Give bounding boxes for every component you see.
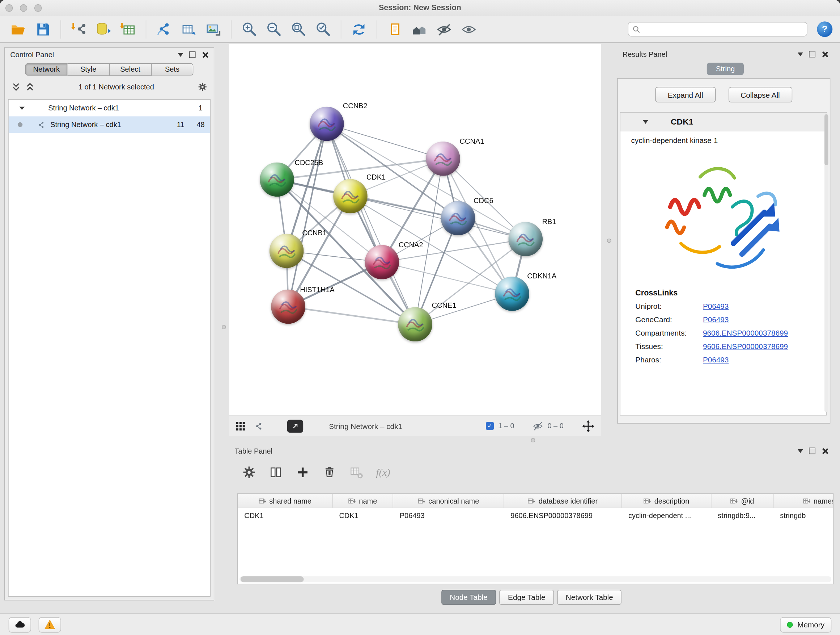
network-node-ccna1[interactable]	[426, 141, 460, 176]
tab-select[interactable]: Select	[110, 63, 152, 76]
crosslink-link[interactable]: P06493	[703, 302, 729, 310]
network-node-cdkn1a[interactable]	[495, 277, 529, 311]
expand-all-icon[interactable]	[25, 82, 35, 92]
tab-sets[interactable]: Sets	[152, 63, 194, 76]
home-button[interactable]	[409, 19, 430, 40]
network-node-hist1h1a[interactable]	[271, 290, 305, 324]
column-header-namespace[interactable]: namespace	[774, 494, 834, 508]
collapse-all-button[interactable]: Collapse All	[728, 87, 792, 103]
column-header--id[interactable]: @id	[712, 494, 774, 508]
column-header-name[interactable]: name	[333, 494, 393, 508]
help-button[interactable]: ?	[817, 21, 832, 37]
expand-all-button[interactable]: Expand All	[655, 87, 715, 103]
network-view-icon[interactable]	[254, 421, 264, 431]
network-canvas[interactable]: CCNB2CCNA1CDC25BCDK1CDC6RB1CCNB1CCNA2CDK…	[229, 44, 601, 415]
warnings-button[interactable]	[39, 617, 61, 632]
apply-layout-button[interactable]	[348, 19, 370, 40]
network-node-cdk1[interactable]	[333, 179, 368, 214]
import-network-database-button[interactable]	[93, 19, 114, 40]
tab-network[interactable]: Network	[25, 63, 68, 76]
network-node-cdc6[interactable]	[441, 201, 475, 235]
table-hscrollbar-track[interactable]	[240, 576, 831, 582]
column-header-description[interactable]: description	[622, 494, 711, 508]
open-session-button[interactable]	[8, 19, 29, 40]
birdseye-view-button[interactable]	[287, 420, 303, 432]
float-panel-icon[interactable]	[809, 448, 815, 454]
network-row[interactable]: String Network – cdk1 11 48	[9, 116, 210, 133]
table-cell[interactable]: CDK1	[238, 508, 333, 523]
table-cell[interactable]: 9606.ENSP00000378699	[504, 508, 622, 523]
results-scrollbar-thumb[interactable]	[824, 114, 828, 165]
show-columns-icon[interactable]	[269, 465, 283, 479]
crosslink-link[interactable]: 9606.ENSP00000378699	[703, 342, 788, 351]
open-document-button[interactable]	[384, 19, 406, 40]
float-panel-icon[interactable]	[189, 51, 196, 58]
crosslink-link[interactable]: 9606.ENSP00000378699	[703, 329, 788, 337]
panel-menu-icon[interactable]	[798, 449, 803, 453]
right-splitter-handle[interactable]	[607, 239, 611, 243]
new-network-from-table-button[interactable]	[178, 19, 199, 40]
delete-column-icon[interactable]	[322, 465, 336, 479]
network-node-ccna2[interactable]	[365, 245, 399, 279]
import-table-file-button[interactable]	[117, 19, 139, 40]
table-cell[interactable]: cyclin-dependent ...	[622, 508, 711, 523]
network-options-gear-icon[interactable]	[197, 82, 207, 92]
column-header-canonical-name[interactable]: canonical name	[393, 494, 504, 508]
tab-network-table[interactable]: Network Table	[557, 590, 622, 605]
save-session-button[interactable]	[32, 19, 54, 40]
network-node-ccnb1[interactable]	[270, 234, 304, 268]
import-table-icon	[120, 21, 136, 37]
grid-view-icon[interactable]	[236, 421, 246, 431]
export-image-button[interactable]	[202, 19, 224, 40]
table-hscrollbar-thumb[interactable]	[240, 576, 304, 582]
column-header-shared-name[interactable]: shared name	[238, 494, 333, 508]
crosslink-link[interactable]: P06493	[703, 315, 729, 324]
search-input[interactable]	[644, 25, 803, 34]
float-panel-icon[interactable]	[809, 51, 815, 57]
cloud-status-button[interactable]	[9, 617, 31, 632]
tab-node-table[interactable]: Node Table	[441, 590, 496, 605]
network-node-rb1[interactable]	[508, 222, 543, 256]
zoom-selected-button[interactable]	[312, 19, 333, 40]
table-cell[interactable]: stringdb:9...	[712, 508, 774, 523]
column-header-database-identifier[interactable]: database identifier	[504, 494, 622, 508]
table-cell[interactable]: P06493	[393, 508, 504, 523]
close-panel-icon[interactable]	[821, 448, 828, 454]
string-tab[interactable]: String	[707, 63, 744, 75]
close-panel-icon[interactable]	[821, 51, 828, 57]
table-cell[interactable]: stringdb	[774, 508, 834, 523]
tab-edge-table[interactable]: Edge Table	[499, 590, 554, 605]
table-row[interactable]: CDK1CDK1P064939606.ENSP00000378699cyclin…	[238, 508, 833, 523]
table-options-gear-icon[interactable]	[242, 465, 256, 479]
node-label-hist1h1a: HIST1H1A	[300, 286, 335, 294]
zoom-out-button[interactable]	[263, 19, 284, 40]
selected-checkbox[interactable]: ✓	[486, 422, 494, 430]
expand-collapse-icon[interactable]	[19, 106, 25, 110]
pan-move-icon[interactable]	[582, 420, 595, 432]
hidden-eye-icon[interactable]	[532, 421, 543, 432]
left-splitter-handle[interactable]	[222, 325, 226, 329]
import-network-file-button[interactable]	[68, 19, 89, 40]
column-type-icon	[644, 497, 651, 504]
add-column-icon[interactable]	[295, 465, 309, 479]
collapse-gene-icon[interactable]	[643, 120, 648, 124]
horizontal-splitter-handle[interactable]	[531, 438, 535, 442]
crosslink-link[interactable]: P06493	[703, 356, 729, 364]
tab-style[interactable]: Style	[68, 63, 110, 76]
zoom-fit-button[interactable]	[287, 19, 309, 40]
collapse-all-icon[interactable]	[11, 82, 21, 92]
new-network-button[interactable]	[153, 19, 175, 40]
gene-card-header[interactable]: CDK1	[621, 112, 826, 131]
network-collection-row[interactable]: String Network – cdk1 1	[9, 100, 210, 116]
memory-button[interactable]: Memory	[780, 617, 832, 632]
close-panel-icon[interactable]	[202, 51, 208, 58]
show-graphics-details-button[interactable]	[458, 19, 479, 40]
zoom-in-button[interactable]	[238, 19, 260, 40]
network-node-cdc25b[interactable]	[260, 163, 294, 197]
network-node-ccne1[interactable]	[398, 307, 432, 342]
table-cell[interactable]: CDK1	[333, 508, 393, 523]
panel-menu-icon[interactable]	[178, 53, 183, 57]
hide-annotations-button[interactable]	[433, 19, 455, 40]
panel-menu-icon[interactable]	[798, 52, 803, 56]
network-node-ccnb2[interactable]	[309, 107, 344, 141]
